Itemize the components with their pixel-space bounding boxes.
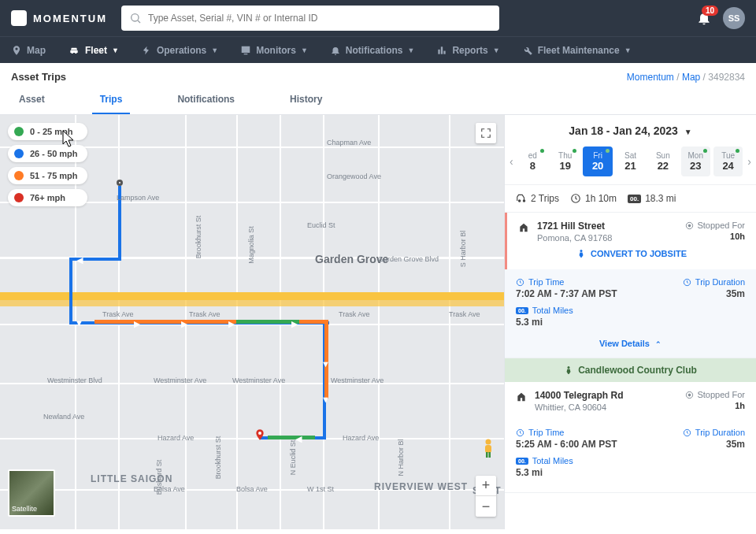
svg-rect-8 <box>486 452 488 458</box>
svg-point-18 <box>568 366 570 369</box>
page-title: Asset Trips <box>11 71 66 83</box>
avatar[interactable]: SS <box>723 7 745 29</box>
trip-duration: 35m <box>658 439 745 450</box>
brand-text: MOMENTUM <box>33 13 107 24</box>
summary-miles: 18.3 mi <box>645 193 676 204</box>
main: ◀ ▼ ▶ ▶ ▶ ▶ ▼ ▼ ◀ Garden Grove Garden Gr… <box>0 115 756 529</box>
view-details[interactable]: View Details ⌃ <box>516 334 745 350</box>
legend-51-75[interactable]: 51 - 75 mph <box>8 167 87 184</box>
topbar: MOMENTUM 10 SS <box>0 0 756 36</box>
tabs: Asset Trips Notifications History <box>0 87 756 115</box>
date-next[interactable]: › <box>746 155 753 168</box>
breadcrumb-section[interactable]: Map <box>682 72 700 83</box>
notifications-bell[interactable]: 10 <box>696 10 712 26</box>
jobsite-banner: Candlewood Country Club <box>505 358 756 382</box>
date-pill[interactable]: Sat21 <box>616 146 645 176</box>
location-address: 14000 Telegraph Rd <box>535 390 677 401</box>
svg-line-1 <box>138 20 140 23</box>
date-range[interactable]: Jan 18 - Jan 24, 2023 ▼ <box>505 115 756 146</box>
date-prev[interactable]: ‹ <box>508 155 515 168</box>
svg-point-6 <box>486 439 491 445</box>
satellite-toggle[interactable]: Satellite <box>8 469 55 517</box>
breadcrumb: Momentum / Map / 3492834 <box>627 72 745 83</box>
tab-history[interactable]: History <box>282 87 330 114</box>
stopped-value: 10h <box>685 232 745 241</box>
chevron-down-icon: ▼ <box>493 46 500 54</box>
location-city: Whittier, CA 90604 <box>535 402 677 412</box>
nav-reports[interactable]: Reports ▼ <box>436 45 499 56</box>
svg-point-15 <box>580 250 582 252</box>
nav-monitors[interactable]: Monitors ▼ <box>240 45 308 56</box>
zoom-in-button[interactable]: + <box>476 476 496 496</box>
chevron-up-icon: ⌃ <box>655 340 662 348</box>
chevron-down-icon: ▼ <box>684 128 692 136</box>
breadcrumb-root[interactable]: Momentum <box>627 72 674 83</box>
search-icon <box>129 12 142 24</box>
route-start-marker <box>117 180 123 186</box>
breadcrumb-row: Asset Trips Momentum / Map / 3492834 <box>0 63 756 87</box>
day-summary: 2 Trips 1h 10m 00.18.3 mi <box>505 184 756 213</box>
svg-rect-3 <box>441 46 443 54</box>
summary-duration: 1h 10m <box>585 193 617 204</box>
tab-trips[interactable]: Trips <box>92 87 131 114</box>
nav-notifications[interactable]: Notifications ▼ <box>330 45 415 56</box>
route-end-marker <box>254 426 266 443</box>
chevron-down-icon: ▼ <box>407 46 414 54</box>
breadcrumb-id: 3492834 <box>708 72 745 83</box>
cursor-icon <box>61 129 77 148</box>
date-pill[interactable]: ed8 <box>518 146 547 176</box>
trip-duration: 35m <box>658 288 745 299</box>
nav-map[interactable]: Map <box>11 45 46 56</box>
map-pane[interactable]: ◀ ▼ ▶ ▶ ▶ ▶ ▼ ▼ ◀ Garden Grove Garden Gr… <box>0 115 504 529</box>
svg-point-0 <box>132 14 139 21</box>
stopped-value: 1h <box>685 401 745 410</box>
pegman-icon[interactable] <box>480 438 496 458</box>
tab-asset[interactable]: Asset <box>11 87 53 114</box>
svg-point-20 <box>689 394 691 396</box>
chevron-down-icon: ▼ <box>112 46 119 54</box>
date-pill[interactable]: Thu19 <box>550 146 580 176</box>
summary-trips: 2 Trips <box>531 193 559 204</box>
svg-rect-4 <box>444 50 446 54</box>
logo-mark-icon <box>11 10 27 26</box>
trip-card: 1721 Hill Street Pomona, CA 91768 Stoppe… <box>505 213 756 358</box>
svg-rect-7 <box>485 445 491 453</box>
trip-miles: 5.3 mi <box>516 467 745 478</box>
fullscreen-button[interactable] <box>476 123 496 143</box>
svg-rect-9 <box>489 452 491 458</box>
zoom-control: + − <box>476 476 496 517</box>
location-block[interactable]: 14000 Telegraph Rd Whittier, CA 90604 St… <box>505 382 756 420</box>
trip-time: 5:25 AM - 6:00 AM PST <box>516 439 658 450</box>
navbar: Map Fleet ▼ Operations ▼ Monitors ▼ Noti… <box>0 36 756 63</box>
location-city: Pomona, CA 91768 <box>537 233 677 243</box>
date-strip: ‹ ed8 Thu19 Fri20 Sat21 Sun22 Mon23 Tue2… <box>505 146 756 184</box>
date-pill-selected[interactable]: Fri20 <box>583 146 612 176</box>
trips-panel: Jan 18 - Jan 24, 2023 ▼ ‹ ed8 Thu19 Fri2… <box>504 115 756 529</box>
zoom-out-button[interactable]: − <box>476 496 496 517</box>
trip-details: Trip Time 7:02 AM - 7:37 AM PST Trip Dur… <box>505 269 756 358</box>
trip-miles: 5.3 mi <box>516 317 745 328</box>
location-block[interactable]: 1721 Hill Street Pomona, CA 91768 Stoppe… <box>505 213 756 269</box>
chevron-down-icon: ▼ <box>624 46 632 54</box>
svg-point-10 <box>518 199 521 202</box>
chevron-down-icon: ▼ <box>301 46 308 54</box>
svg-rect-2 <box>439 49 440 54</box>
trip-details: Trip Time 5:25 AM - 6:00 AM PST Trip Dur… <box>505 420 756 492</box>
nav-maintenance[interactable]: Fleet Maintenance ▼ <box>522 45 632 56</box>
legend-76plus[interactable]: 76+ mph <box>8 189 87 206</box>
date-pill[interactable]: Tue24 <box>713 146 743 176</box>
logo[interactable]: MOMENTUM <box>11 10 107 26</box>
svg-point-14 <box>689 224 691 227</box>
nav-fleet[interactable]: Fleet ▼ <box>68 45 119 56</box>
date-pill[interactable]: Mon23 <box>681 146 710 176</box>
topbar-right: 10 SS <box>696 7 745 29</box>
tab-notifications[interactable]: Notifications <box>169 87 243 114</box>
trip-card: 14000 Telegraph Rd Whittier, CA 90604 St… <box>505 382 756 493</box>
search-wrap <box>121 6 499 31</box>
convert-to-jobsite[interactable]: CONVERT TO JOBSITE <box>518 243 745 261</box>
search-input[interactable] <box>121 6 499 31</box>
date-pill[interactable]: Sun22 <box>648 146 677 176</box>
nav-operations[interactable]: Operations ▼ <box>141 45 218 56</box>
trip-time: 7:02 AM - 7:37 AM PST <box>516 288 658 299</box>
svg-point-5 <box>258 432 261 435</box>
